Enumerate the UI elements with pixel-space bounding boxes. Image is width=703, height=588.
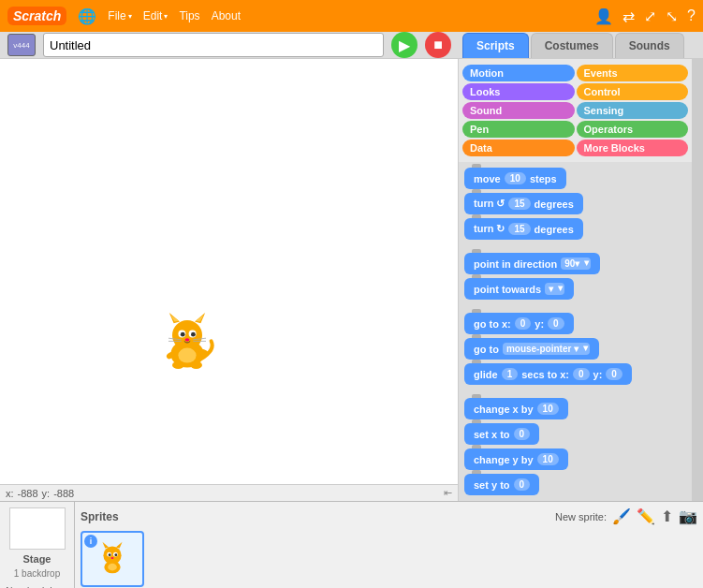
block-point-towards[interactable]: point towards ▾ (464, 278, 574, 300)
svg-point-9 (191, 332, 196, 337)
globe-icon[interactable]: 🌐 (78, 7, 96, 25)
block-goto-xy[interactable]: go to x: 0 y: 0 (464, 313, 574, 334)
category-looks[interactable]: Looks (462, 83, 575, 100)
new-sprite-edit-icon[interactable]: ✏️ (637, 507, 655, 525)
category-motion[interactable]: Motion (462, 65, 575, 81)
block-turn-right[interactable]: turn ↻ 15 degrees (464, 218, 583, 240)
block-move[interactable]: move 10 steps (464, 168, 566, 189)
svg-point-26 (109, 553, 111, 556)
new-sprite-upload-icon[interactable]: ⬆ (661, 507, 673, 525)
svg-point-1 (172, 320, 202, 350)
sprites-area: Sprites New sprite: 🖌️ ✏️ ⬆ 📷 i (75, 502, 703, 588)
svg-point-15 (172, 361, 184, 369)
new-sprite-paint-icon[interactable]: 🖌️ (612, 507, 631, 525)
scripts-tabs: Scripts Costumes Sounds (459, 33, 703, 58)
stage-thumbnail (9, 507, 66, 550)
stop-button[interactable]: ■ (425, 32, 451, 58)
main-area: v444 ▶ ■ Scripts Costumes Sounds (0, 32, 703, 588)
new-sprite-controls: New sprite: 🖌️ ✏️ ⬆ 📷 (555, 507, 697, 525)
block-goto-pointer[interactable]: go to mouse-pointer ▾ (464, 338, 599, 360)
help-icon[interactable]: ? (687, 7, 696, 24)
block-set-y[interactable]: set y to 0 (464, 474, 539, 495)
green-flag-button[interactable]: ▶ (391, 32, 417, 58)
stage-info: Stage 1 backdrop New backdrop: 🖌️ ⬆ 📷 (0, 502, 75, 588)
tab-scripts[interactable]: Scripts (462, 33, 529, 58)
block-change-y[interactable]: change y by 10 (464, 448, 568, 470)
category-more-blocks[interactable]: More Blocks (577, 140, 689, 156)
x-value: -888 (18, 488, 38, 499)
sprites-label: Sprites (81, 510, 119, 523)
category-sensing[interactable]: Sensing (577, 102, 689, 119)
menu-about[interactable]: About (212, 9, 241, 22)
sprite-info-btn[interactable]: i (84, 535, 97, 548)
blocks-categories: Motion Events Looks Control Sound Sensin… (459, 59, 692, 162)
svg-point-16 (190, 361, 202, 369)
sprite-item[interactable]: i S (81, 531, 146, 588)
stage-header: v444 ▶ ■ (0, 32, 459, 58)
svg-point-10 (184, 338, 189, 341)
block-change-x[interactable]: change x by 10 (464, 398, 568, 419)
category-sound[interactable]: Sound (462, 102, 575, 119)
block-set-x[interactable]: set x to 0 (464, 423, 539, 445)
category-operators[interactable]: Operators (577, 121, 689, 138)
block-point-direction[interactable]: point in direction 90▾ (464, 253, 600, 274)
project-name-input[interactable] (43, 33, 384, 57)
category-data[interactable]: Data (462, 140, 575, 156)
coords-bar: x: -888 y: -888 ⇤ (0, 484, 458, 501)
svg-point-29 (108, 564, 117, 571)
header-row: v444 ▶ ■ Scripts Costumes Sounds (0, 32, 703, 59)
stage-canvas (5, 130, 454, 430)
category-pen[interactable]: Pen (462, 121, 575, 138)
menu-file[interactable]: File▾ (108, 9, 131, 22)
category-control[interactable]: Control (577, 83, 689, 100)
menubar: Scratch 🌐 File▾ Edit▾ Tips About 👤 ⇄ ⤢ ⤡… (0, 0, 703, 32)
menu-edit[interactable]: Edit▾ (143, 9, 168, 22)
block-glide[interactable]: glide 1 secs to x: 0 y: 0 (464, 363, 632, 385)
new-sprite-camera-icon[interactable]: 📷 (679, 507, 697, 525)
scripts-panel: Motion Events Looks Control Sound Sensin… (459, 59, 692, 501)
category-events[interactable]: Events (577, 65, 689, 81)
tab-costumes[interactable]: Costumes (531, 33, 613, 58)
svg-marker-22 (102, 542, 109, 549)
svg-point-27 (114, 553, 117, 556)
cat-sprite[interactable] (150, 305, 225, 383)
tab-sounds[interactable]: Sounds (615, 33, 684, 58)
backdrop-count: 1 backdrop (14, 568, 60, 579)
svg-point-19 (178, 348, 196, 363)
block-turn-left[interactable]: turn ↺ 15 degrees (464, 193, 583, 214)
new-sprite-label: New sprite: (555, 511, 607, 522)
svg-point-8 (180, 332, 184, 337)
stage-area: x: -888 y: -888 ⇤ (0, 59, 459, 501)
svg-point-28 (111, 557, 114, 559)
person-icon[interactable]: 👤 (594, 7, 613, 25)
expand-icon[interactable]: ⤢ (644, 7, 656, 25)
sprite-thumbnail: i (81, 531, 144, 587)
top-icons: 👤 ⇄ ⤢ ⤡ ? (594, 7, 696, 25)
y-label: y: (42, 488, 51, 499)
y-value: -888 (53, 488, 74, 499)
stage-label: Stage (23, 553, 51, 565)
sprites-header: Sprites New sprite: 🖌️ ✏️ ⬆ 📷 (81, 507, 697, 525)
sprites-list: i S (81, 531, 697, 588)
shrink-icon[interactable]: ⤡ (666, 7, 678, 25)
scratch-logo: Scratch (7, 7, 66, 25)
svg-marker-23 (116, 542, 123, 549)
arrows-icon[interactable]: ⇄ (622, 7, 635, 25)
expand-stage-icon[interactable]: ⇤ (444, 487, 452, 499)
content-area: x: -888 y: -888 ⇤ Motion Events Looks Co… (0, 59, 703, 501)
bottom-area: Stage 1 backdrop New backdrop: 🖌️ ⬆ 📷 Sp… (0, 501, 703, 588)
blocks-workspace: move 10 steps turn ↺ 15 degrees turn ↻ 1… (459, 162, 692, 501)
menu-tips[interactable]: Tips (179, 9, 199, 22)
x-label: x: (6, 488, 14, 499)
stage-thumbnail-small: v444 (7, 34, 36, 56)
scrollbar[interactable] (692, 59, 703, 501)
